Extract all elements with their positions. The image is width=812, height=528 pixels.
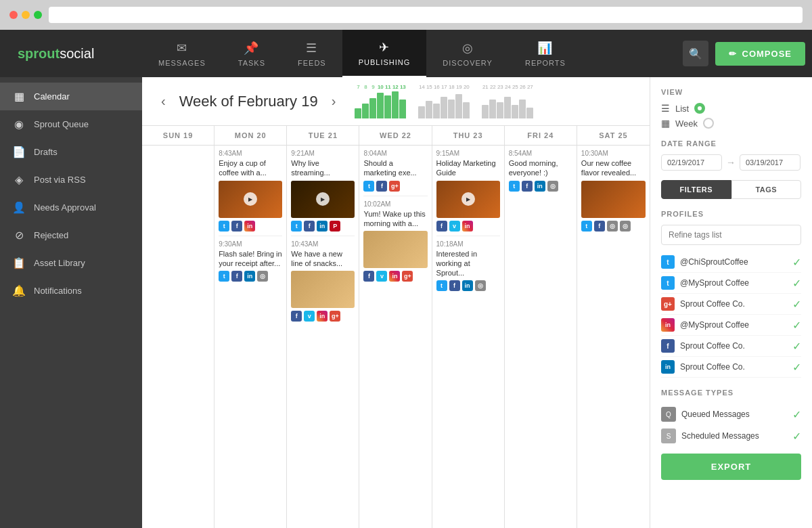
dot-green[interactable] — [34, 11, 42, 19]
facebook-icon: f — [436, 221, 447, 232]
post-text[interactable]: We have a new line of snacks... — [291, 249, 355, 269]
post-thumbnail[interactable]: ▶ — [219, 181, 282, 218]
chart-bar — [392, 91, 399, 118]
nav-publishing[interactable]: ✈ PUBLISHING — [342, 30, 427, 77]
sidebar-item-notifications[interactable]: 🔔 Notifications — [0, 277, 142, 305]
check-icon[interactable]: ✓ — [792, 430, 801, 443]
facebook-icon: f — [231, 221, 242, 232]
play-button[interactable]: ▶ — [244, 192, 257, 206]
post-text[interactable]: Yum! Wake up this morning with a... — [363, 209, 427, 229]
dot-red[interactable] — [9, 11, 18, 19]
next-week-button[interactable]: › — [326, 91, 342, 112]
chart-bar — [441, 97, 447, 118]
chart-bar — [433, 104, 440, 118]
post-thumbnail[interactable]: ▶ — [291, 181, 355, 218]
check-icon[interactable]: ✓ — [792, 340, 801, 353]
scheduled-label: Scheduled Messages — [681, 431, 787, 441]
date-to-input[interactable] — [740, 154, 800, 171]
day-label-thu: THU 23 — [432, 126, 505, 145]
export-button[interactable]: EXPORT — [661, 454, 801, 480]
publishing-icon: ✈ — [379, 40, 390, 55]
post-thumbnail[interactable] — [363, 231, 427, 268]
other-icon: ◎ — [475, 280, 486, 291]
view-option-week[interactable]: ▦ Week — [661, 118, 801, 129]
post-thumbnail[interactable]: ▶ — [436, 181, 500, 218]
linkedin-icon: in — [535, 181, 545, 192]
check-icon[interactable]: ✓ — [792, 319, 801, 332]
queued-label: Queued Messages — [681, 410, 787, 419]
cal-cell-sun — [142, 146, 215, 528]
check-icon[interactable]: ✓ — [792, 298, 801, 311]
check-icon[interactable]: ✓ — [792, 408, 801, 421]
sidebar-item-rejected[interactable]: ⊘ Rejected — [0, 221, 142, 249]
compose-button[interactable]: ✏ COMPOSE — [715, 42, 805, 66]
nav-messages[interactable]: ✉ MESSAGES — [142, 30, 222, 77]
social-icons: f v in — [436, 221, 500, 232]
topnav: sproutsocial ✉ MESSAGES 📌 TASKS ☰ FEEDS … — [0, 30, 812, 77]
linkedin-icon: in — [462, 280, 473, 291]
other-icon: ◎ — [607, 221, 618, 232]
date-range-title: DATE RANGE — [661, 139, 801, 148]
social-icons: t f in ◎ — [509, 181, 572, 192]
feeds-icon: ☰ — [306, 41, 317, 56]
post-text[interactable]: Interested in working at Sprout... — [436, 249, 500, 278]
post-text[interactable]: Flash sale! Bring in your receipt after.… — [219, 249, 282, 269]
sidebar-item-needs-approval[interactable]: 👤 Needs Approval — [0, 194, 142, 221]
post-thumbnail[interactable] — [581, 181, 646, 218]
sidebar-rss-label: Post via RSS — [34, 175, 86, 185]
sidebar-sproutqueue-label: Sprout Queue — [34, 119, 89, 129]
chart-bar — [512, 105, 518, 118]
view-radio-week[interactable] — [703, 118, 714, 129]
vimeo-icon: v — [304, 311, 315, 322]
facebook-icon: f — [522, 181, 533, 192]
post-text[interactable]: Should a marketing exe... — [363, 158, 427, 178]
sidebar-item-asset-library[interactable]: 📋 Asset Library — [0, 249, 142, 277]
dot-yellow[interactable] — [22, 11, 30, 19]
cal-cell-mon: 8:43AM Enjoy a cup of coffee with a... ▶… — [215, 146, 287, 528]
nav-tasks[interactable]: 📌 TASKS — [222, 30, 281, 77]
date-from-input[interactable] — [661, 154, 722, 171]
sidebar-item-post-rss[interactable]: ◈ Post via RSS — [0, 166, 142, 194]
sidebar-notifications-label: Notifications — [34, 286, 82, 296]
filters-button[interactable]: FILTERS — [661, 180, 731, 199]
nav-feeds[interactable]: ☰ FEEDS — [281, 30, 342, 77]
post-text[interactable]: Why live streaming... — [291, 158, 355, 178]
search-button[interactable]: 🔍 — [683, 41, 708, 66]
sidebar-item-calendar[interactable]: ▦ Calendar — [0, 83, 142, 110]
check-icon[interactable]: ✓ — [792, 256, 801, 269]
facebook-icon: f — [594, 221, 605, 232]
post-text[interactable]: Our new coffee flavor revealed... — [581, 158, 646, 178]
cal-cell-wed: 8:04AM Should a marketing exe... t f g+ … — [359, 146, 432, 528]
cal-cell-tue: 9:21AM Why live streaming... ▶ t f in P … — [287, 146, 359, 528]
post-text[interactable]: Enjoy a cup of coffee with a... — [219, 158, 282, 178]
view-radio-list[interactable] — [694, 103, 705, 114]
prev-week-button[interactable]: ‹ — [156, 91, 171, 112]
sidebar-item-sprout-queue[interactable]: ◉ Sprout Queue — [0, 110, 142, 138]
check-icon[interactable]: ✓ — [792, 361, 801, 374]
post-text[interactable]: Good morning, everyone! :) — [509, 158, 572, 178]
chart-bar — [526, 108, 533, 118]
post-time: 8:04AM — [363, 150, 427, 157]
tags-search-input[interactable] — [661, 225, 801, 245]
check-icon[interactable]: ✓ — [792, 277, 801, 290]
sidebar-item-drafts[interactable]: 📄 Drafts — [0, 138, 142, 166]
profile-item: f Sprout Coffee Co. ✓ — [661, 336, 801, 357]
view-options: ☰ List ▦ Week — [661, 103, 801, 129]
nav-reports[interactable]: 📊 REPORTS — [509, 30, 582, 77]
post-thumbnail[interactable] — [291, 271, 355, 308]
week-view-icon: ▦ — [661, 118, 670, 129]
nav-discovery[interactable]: ◎ DISCOVERY — [426, 30, 509, 77]
day-label-wed: WED 22 — [359, 126, 432, 145]
post-time: 10:30AM — [581, 150, 646, 157]
calendar-days-header: SUN 19 MON 20 TUE 21 WED 22 THU 23 FRI 2… — [142, 126, 650, 146]
post-text[interactable]: Holiday Marketing Guide — [436, 158, 500, 178]
tags-button[interactable]: TAGS — [731, 180, 802, 199]
browser-url[interactable] — [49, 7, 803, 23]
browser-dots — [9, 11, 42, 19]
chart-bars-3 — [482, 91, 533, 118]
vimeo-icon: v — [449, 221, 460, 232]
chart-bar — [463, 102, 470, 118]
play-button[interactable]: ▶ — [461, 192, 475, 206]
play-button[interactable]: ▶ — [316, 192, 330, 206]
view-option-list[interactable]: ☰ List — [661, 103, 801, 114]
